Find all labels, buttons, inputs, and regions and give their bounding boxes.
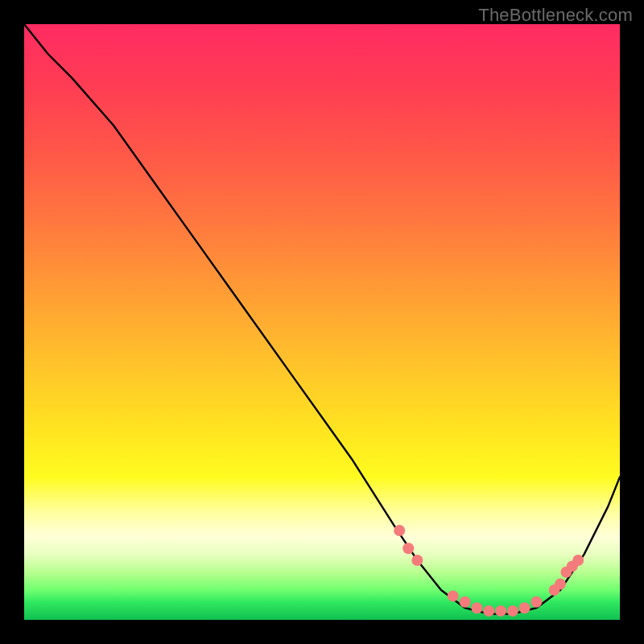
curve-marker — [411, 555, 423, 566]
curve-marker — [530, 597, 542, 608]
chart-svg — [24, 24, 620, 620]
plot-area — [24, 24, 620, 620]
curve-marker — [519, 602, 530, 613]
chart-frame: TheBottleneck.com — [0, 0, 644, 644]
curve-marker — [460, 597, 471, 608]
curve-line — [24, 24, 620, 614]
curve-marker — [555, 579, 566, 590]
curve-marker — [507, 605, 518, 617]
curve-marker — [448, 590, 459, 601]
curve-markers — [394, 525, 584, 617]
curve-marker — [483, 605, 494, 617]
curve-marker — [572, 555, 584, 566]
curve-marker — [471, 602, 482, 613]
watermark-text: TheBottleneck.com — [478, 5, 633, 26]
curve-marker — [402, 543, 414, 554]
curve-marker — [394, 525, 405, 536]
curve-marker — [495, 605, 506, 617]
